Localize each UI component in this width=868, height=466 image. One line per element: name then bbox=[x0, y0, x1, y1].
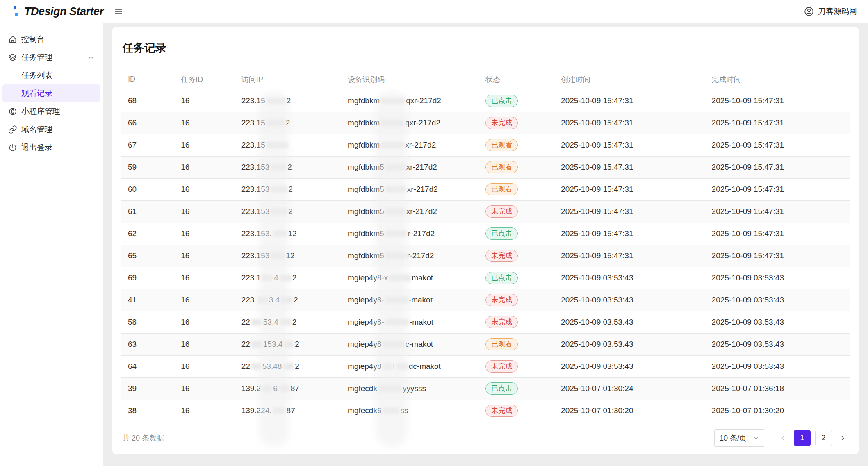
next-page-button[interactable] bbox=[836, 430, 849, 446]
cell-device-code: mgfdbkm5r-217d2 bbox=[341, 223, 479, 245]
sidebar-item-小程序管理[interactable]: 小程序管理 bbox=[2, 102, 100, 120]
sidebar-item-观看记录[interactable]: 观看记录 bbox=[2, 84, 100, 102]
page-size-value: 10 条/页 bbox=[720, 433, 747, 443]
sidebar-item-退出登录[interactable]: 退出登录 bbox=[2, 139, 100, 157]
cell-device-code: mgfecdkyyysss bbox=[341, 377, 479, 400]
cell-id: 41 bbox=[121, 289, 174, 311]
cell-task-id: 16 bbox=[174, 267, 235, 289]
page-button-1[interactable]: 1 bbox=[794, 430, 811, 446]
user-menu[interactable]: 刀客源码网 bbox=[804, 6, 857, 17]
redacted-segment bbox=[385, 252, 406, 259]
status-badge: 未完成 bbox=[485, 205, 518, 218]
cell-task-id: 16 bbox=[174, 178, 235, 200]
total-count: 共 20 条数据 bbox=[122, 433, 164, 443]
cell-id: 38 bbox=[121, 400, 174, 422]
sidebar-item-label: 任务列表 bbox=[21, 70, 52, 81]
redacted-segment bbox=[383, 407, 399, 414]
redacted-segment bbox=[383, 363, 392, 370]
page-button-2[interactable]: 2 bbox=[815, 430, 832, 446]
status-badge: 已观看 bbox=[485, 161, 518, 174]
cell-ip: 223.142 bbox=[235, 267, 341, 289]
cell-ip: 223.152 bbox=[235, 90, 341, 112]
column-header: 访问IP bbox=[235, 69, 341, 90]
cell-completed-time: 2025-10-09 15:47:31 bbox=[705, 178, 850, 200]
cell-id: 69 bbox=[121, 267, 174, 289]
username: 刀客源码网 bbox=[818, 6, 857, 17]
redacted-segment bbox=[251, 319, 262, 325]
table-row: 64162253.482mgiep4y8ldc-makot未完成2025-10-… bbox=[121, 355, 850, 377]
page-size-select[interactable]: 10 条/页 bbox=[714, 429, 765, 447]
page-title: 任务记录 bbox=[122, 41, 850, 55]
chevron-right-icon bbox=[839, 434, 846, 442]
sidebar-item-任务列表[interactable]: 任务列表 bbox=[2, 66, 100, 84]
chevron-up-icon bbox=[87, 54, 95, 61]
redacted-segment bbox=[271, 186, 287, 193]
cell-task-id: 16 bbox=[174, 400, 235, 422]
cell-status: 未完成 bbox=[479, 355, 554, 377]
cell-ip: 223.1532 bbox=[235, 156, 341, 178]
table-row: 5916223.1532mgfdbkm5xr-217d2已观看2025-10-0… bbox=[121, 156, 850, 178]
cell-completed-time: 2025-10-09 03:53:43 bbox=[705, 355, 850, 377]
prev-page-button[interactable] bbox=[777, 430, 789, 446]
cell-device-code: mgiep4y8--makot bbox=[341, 289, 479, 311]
cell-id: 61 bbox=[121, 200, 174, 223]
cell-device-code: mgiep4y8c-makot bbox=[341, 333, 479, 355]
cell-device-code: mgfdbkm5xr-217d2 bbox=[341, 200, 479, 223]
redacted-segment bbox=[258, 297, 268, 303]
cell-ip: 223.153.12 bbox=[235, 223, 341, 245]
redacted-segment bbox=[396, 363, 408, 370]
cell-id: 39 bbox=[121, 377, 174, 400]
redacted-segment bbox=[383, 341, 404, 348]
link-icon bbox=[8, 125, 17, 134]
redacted-segment bbox=[378, 385, 401, 392]
cell-device-code: mgfdbkm5xr-217d2 bbox=[341, 156, 479, 178]
cell-ip: 139.2687 bbox=[235, 377, 341, 400]
sidebar-item-label: 观看记录 bbox=[21, 88, 52, 99]
redacted-segment bbox=[381, 142, 404, 148]
cell-ip: 223.15 bbox=[235, 134, 341, 156]
redacted-segment bbox=[381, 98, 405, 104]
cell-status: 未完成 bbox=[479, 400, 554, 422]
app-header: TDesign Starter 刀客源码网 bbox=[0, 0, 868, 23]
sidebar-item-控制台[interactable]: 控制台 bbox=[2, 30, 100, 48]
redacted-segment bbox=[267, 142, 288, 148]
page-buttons: 12 bbox=[794, 430, 832, 446]
cell-status: 已点击 bbox=[479, 377, 554, 400]
sidebar-item-任务管理[interactable]: 任务管理 bbox=[2, 48, 100, 66]
cell-created-time: 2025-10-09 15:47:31 bbox=[554, 178, 705, 200]
cell-created-time: 2025-10-09 03:53:43 bbox=[554, 267, 705, 289]
cell-status: 已观看 bbox=[479, 156, 554, 178]
column-header: 设备识别码 bbox=[341, 69, 479, 90]
cell-created-time: 2025-10-09 03:53:43 bbox=[554, 289, 705, 311]
cell-id: 60 bbox=[121, 178, 174, 200]
cell-completed-time: 2025-10-09 15:47:31 bbox=[705, 134, 850, 156]
cell-completed-time: 2025-10-09 15:47:31 bbox=[705, 156, 850, 178]
cell-ip: 223.15312 bbox=[235, 245, 341, 267]
cell-ip: 223.1532 bbox=[235, 178, 341, 200]
sidebar-item-域名管理[interactable]: 域名管理 bbox=[2, 120, 100, 139]
table-row: 6216223.153.12mgfdbkm5r-217d2已点击2025-10-… bbox=[121, 223, 850, 245]
logo-icon bbox=[11, 5, 20, 18]
table-header-row: ID任务ID访问IP设备识别码状态创建时间完成时间 bbox=[121, 69, 850, 90]
miniprogram-icon bbox=[8, 107, 17, 116]
chevron-down-icon bbox=[752, 434, 760, 442]
cell-status: 已点击 bbox=[479, 90, 554, 112]
task-records-card: 任务记录 ID任务ID访问IP设备识别码状态创建时间完成时间 6816223.1… bbox=[112, 27, 859, 454]
column-header: 状态 bbox=[479, 69, 554, 90]
sidebar-item-label: 域名管理 bbox=[21, 124, 52, 135]
cell-task-id: 16 bbox=[174, 223, 235, 245]
redacted-segment bbox=[279, 385, 289, 392]
redacted-segment bbox=[262, 385, 272, 392]
menu-toggle-button[interactable] bbox=[114, 7, 123, 16]
status-badge: 已点击 bbox=[485, 227, 518, 240]
cell-device-code: mgiep4y8ldc-makot bbox=[341, 355, 479, 377]
status-badge: 已观看 bbox=[485, 338, 518, 351]
cell-completed-time: 2025-10-09 15:47:31 bbox=[705, 112, 850, 134]
redacted-segment bbox=[381, 120, 404, 126]
redacted-segment bbox=[273, 230, 287, 237]
cell-id: 64 bbox=[121, 355, 174, 377]
column-header: 创建时间 bbox=[554, 69, 705, 90]
sidebar-item-label: 小程序管理 bbox=[21, 106, 60, 117]
column-header: 完成时间 bbox=[705, 69, 850, 90]
cell-device-code: mgiep4y8-xmakot bbox=[341, 267, 479, 289]
